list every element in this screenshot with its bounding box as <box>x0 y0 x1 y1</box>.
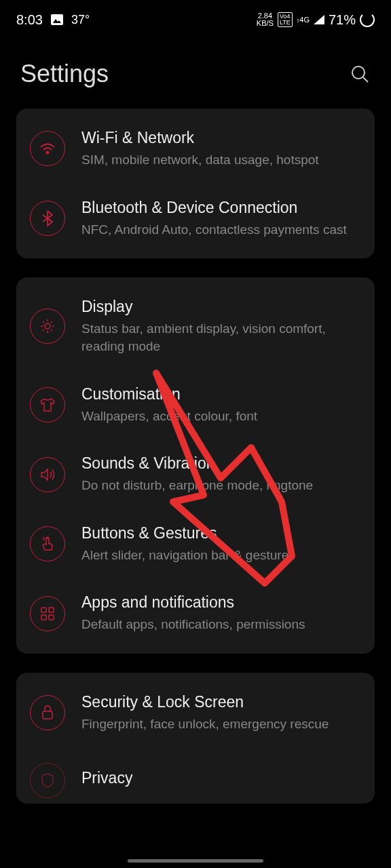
card-display-sound: Display Status bar, ambient display, vis… <box>16 277 375 654</box>
item-customisation[interactable]: Customisation Wallpapers, accent colour,… <box>16 370 375 440</box>
lock-icon <box>30 695 65 730</box>
svg-point-4 <box>47 152 49 154</box>
shield-icon <box>30 763 65 798</box>
item-title: Buttons & Gestures <box>81 524 361 542</box>
item-subtitle: SIM, mobile network, data usage, hotspot <box>81 151 361 169</box>
svg-line-13 <box>51 321 52 323</box>
navigation-handle[interactable] <box>128 859 263 863</box>
brightness-icon <box>30 309 65 344</box>
gallery-icon <box>51 14 63 25</box>
lte-badge: Vo4 LTE <box>278 12 293 27</box>
touch-icon <box>30 526 65 561</box>
item-security-lock[interactable]: Security & Lock Screen Fingerprint, face… <box>16 678 375 748</box>
item-wifi-network[interactable]: Wi-Fi & Network SIM, mobile network, dat… <box>16 114 375 184</box>
apps-icon <box>30 596 65 631</box>
item-title: Display <box>81 298 361 316</box>
battery-percentage: 71% <box>329 12 356 28</box>
svg-rect-17 <box>49 615 54 620</box>
search-button[interactable] <box>349 63 371 85</box>
item-title: Bluetooth & Device Connection <box>81 199 361 217</box>
item-display[interactable]: Display Status bar, ambient display, vis… <box>16 283 375 370</box>
status-bar: 8:03 37° 2.84 KB/S Vo4 LTE ↕4G 71% <box>0 0 391 33</box>
item-title: Apps and notifications <box>81 593 361 612</box>
svg-rect-15 <box>49 608 54 612</box>
search-icon <box>350 64 370 84</box>
svg-line-10 <box>43 321 44 323</box>
status-left: 8:03 37° <box>16 12 90 28</box>
item-subtitle: Status bar, ambient display, vision comf… <box>81 320 361 355</box>
item-subtitle: Wallpapers, accent colour, font <box>81 408 361 425</box>
svg-line-3 <box>363 77 368 82</box>
item-subtitle: Default apps, notifications, permissions <box>81 616 361 633</box>
item-title: Wi-Fi & Network <box>81 129 361 147</box>
svg-rect-18 <box>43 711 52 719</box>
item-title: Security & Lock Screen <box>81 693 361 711</box>
item-subtitle: Alert slider, navigation bar & gestures <box>81 547 361 564</box>
network-speed: 2.84 KB/S <box>257 12 274 27</box>
status-time: 8:03 <box>16 12 43 28</box>
speaker-icon <box>30 457 65 492</box>
page-header: Settings <box>0 33 391 108</box>
item-sounds[interactable]: Sounds & Vibration Do not disturb, earph… <box>16 439 375 509</box>
item-privacy[interactable]: Privacy <box>16 748 375 798</box>
item-subtitle: NFC, Android Auto, contactless payments … <box>81 221 361 239</box>
shirt-icon <box>30 387 65 422</box>
signal-4g: ↕4G <box>297 16 310 24</box>
svg-line-12 <box>43 330 44 331</box>
svg-point-2 <box>352 66 365 79</box>
item-apps-notifications[interactable]: Apps and notifications Default apps, not… <box>16 578 375 648</box>
svg-point-5 <box>45 323 50 329</box>
card-security: Security & Lock Screen Fingerprint, face… <box>16 673 375 804</box>
item-title: Sounds & Vibration <box>81 454 361 473</box>
item-subtitle: Do not disturb, earphone mode, ringtone <box>81 477 361 494</box>
svg-line-11 <box>51 330 52 331</box>
settings-list: Wi-Fi & Network SIM, mobile network, dat… <box>0 108 391 804</box>
svg-rect-16 <box>41 615 46 620</box>
item-title: Customisation <box>81 385 361 403</box>
bluetooth-icon <box>30 201 65 236</box>
battery-ring-icon <box>360 12 375 27</box>
svg-rect-0 <box>51 14 63 25</box>
card-connectivity: Wi-Fi & Network SIM, mobile network, dat… <box>16 108 375 258</box>
wifi-icon <box>30 131 65 166</box>
status-right: 2.84 KB/S Vo4 LTE ↕4G 71% <box>257 12 375 28</box>
item-subtitle: Fingerprint, face unlock, emergency resc… <box>81 715 361 733</box>
item-title: Privacy <box>81 769 361 787</box>
page-title: Settings <box>20 60 109 88</box>
item-bluetooth[interactable]: Bluetooth & Device Connection NFC, Andro… <box>16 184 375 254</box>
svg-rect-14 <box>41 608 46 612</box>
status-temperature: 37° <box>71 13 90 27</box>
item-buttons-gestures[interactable]: Buttons & Gestures Alert slider, navigat… <box>16 509 375 579</box>
signal-icon <box>314 15 324 24</box>
